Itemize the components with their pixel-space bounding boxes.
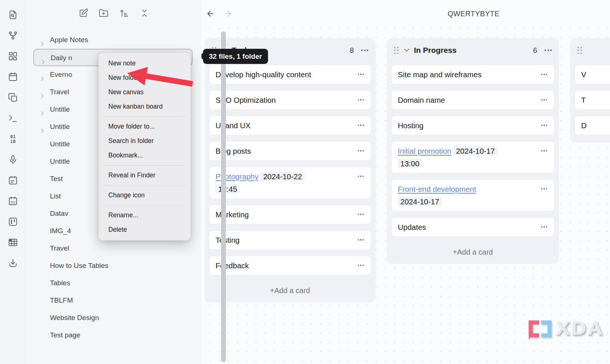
- card-text: Domain name: [398, 96, 445, 104]
- menu-divider: [103, 185, 186, 186]
- calendar-icon[interactable]: [8, 72, 18, 82]
- menu-item-change-icon[interactable]: Change icon: [99, 188, 190, 203]
- svg-text:10: 10: [10, 139, 16, 144]
- navigate-forward-icon[interactable]: [224, 9, 233, 18]
- menu-divider: [103, 205, 186, 205]
- card-menu-icon[interactable]: [541, 150, 548, 152]
- menu-item-new-kanban-board[interactable]: New kanban board: [99, 99, 190, 114]
- card-menu-icon[interactable]: [358, 150, 364, 152]
- chevron-right-icon: [39, 37, 46, 43]
- kanban-card[interactable]: Site map and wireframes: [391, 65, 555, 84]
- column-title: In Progress: [414, 46, 457, 55]
- kanban-card[interactable]: SEO Optimization: [209, 90, 371, 110]
- tree-item-label: List: [50, 192, 61, 200]
- chevron-right-icon: [39, 89, 46, 95]
- tree-item[interactable]: Tables: [33, 275, 193, 292]
- tree-item-label: How to Use Tables: [50, 262, 108, 269]
- calendar-days-icon[interactable]: [8, 196, 18, 206]
- column-menu-icon[interactable]: [361, 50, 368, 51]
- kanban-card[interactable]: Updates: [391, 217, 555, 237]
- card-menu-icon[interactable]: [358, 176, 364, 177]
- board-title: QWERTYBYTE: [448, 10, 499, 18]
- tree-item[interactable]: Test page: [33, 327, 193, 344]
- tree-item[interactable]: Apple Notes: [33, 31, 193, 49]
- column-drag-handle-icon[interactable]: [577, 47, 582, 54]
- add-card-button[interactable]: +Add a card: [391, 248, 555, 256]
- card-menu-icon[interactable]: [358, 239, 364, 241]
- card-menu-icon[interactable]: [358, 214, 364, 215]
- kanban-card[interactable]: Marketing: [209, 205, 371, 224]
- card-link[interactable]: Initial promotion: [398, 147, 451, 155]
- kanban-icon[interactable]: [8, 217, 18, 227]
- kanban-card[interactable]: Initial promotion 2024-10-1713:00: [391, 141, 555, 173]
- binary-icon[interactable]: 0110: [8, 134, 18, 144]
- menu-item-bookmark[interactable]: Bookmark...: [99, 148, 190, 163]
- card-menu-icon[interactable]: [541, 226, 548, 228]
- tree-item[interactable]: How to Use Tables: [33, 257, 193, 275]
- card-date-chip: 2024-10-17: [453, 146, 497, 156]
- kanban-column-partial: VTD: [570, 38, 610, 143]
- column-drag-handle-icon[interactable]: [394, 47, 399, 54]
- terminal-icon[interactable]: [8, 113, 18, 123]
- folder-count-tooltip: 32 files, 1 folder: [203, 49, 268, 64]
- kanban-card[interactable]: Blog posts: [209, 141, 371, 161]
- menu-item-reveal-in-finder[interactable]: Reveal in Finder: [99, 168, 190, 183]
- kanban-card[interactable]: V: [575, 65, 610, 84]
- tree-item-label: Travel: [50, 244, 69, 252]
- column-collapse-chevron-icon[interactable]: [403, 47, 410, 54]
- microphone-icon[interactable]: [8, 154, 18, 165]
- menu-item-search-in-folder[interactable]: Search in folder: [99, 134, 190, 148]
- new-note-icon[interactable]: [78, 8, 88, 18]
- layout-dashboard-icon[interactable]: [8, 51, 18, 61]
- kanban-card[interactable]: D: [575, 116, 610, 135]
- import-icon[interactable]: [8, 258, 18, 268]
- card-menu-icon[interactable]: [541, 125, 548, 126]
- card-menu-icon[interactable]: [358, 99, 364, 101]
- card-menu-icon[interactable]: [541, 188, 548, 190]
- calendar-lines-icon[interactable]: [8, 175, 18, 186]
- card-date-chip: 2024-10-17: [398, 197, 442, 206]
- kanban-card[interactable]: Develop high-quality content: [209, 65, 371, 84]
- tree-item[interactable]: Website Design: [33, 309, 193, 327]
- menu-item-move-folder-to[interactable]: Move folder to...: [99, 119, 190, 134]
- column-menu-icon[interactable]: [545, 50, 552, 51]
- kanban-card[interactable]: Domain name: [391, 90, 555, 110]
- add-card-button[interactable]: +Add a card: [209, 286, 371, 295]
- kanban-column-tasks: Tasks8Develop high-quality contentSEO Op…: [204, 38, 376, 302]
- card-menu-icon[interactable]: [541, 74, 548, 75]
- tree-item-label: Test page: [50, 331, 80, 339]
- navigate-back-icon[interactable]: [206, 9, 215, 18]
- card-text: Develop high-quality content: [216, 70, 311, 79]
- table-icon[interactable]: [8, 237, 18, 248]
- kanban-card[interactable]: Photography 2024-10-2212:45: [209, 167, 371, 199]
- card-menu-icon[interactable]: [358, 265, 364, 266]
- graph-icon[interactable]: [8, 30, 18, 41]
- tree-item[interactable]: Travel: [33, 240, 193, 257]
- kanban-card[interactable]: Front-end development2024-10-17: [391, 179, 555, 211]
- kanban-card[interactable]: Feedback: [209, 256, 371, 275]
- collapse-all-icon[interactable]: [139, 8, 149, 18]
- card-menu-icon[interactable]: [358, 125, 364, 126]
- file-search-icon[interactable]: [8, 10, 18, 20]
- new-folder-icon[interactable]: [99, 8, 109, 18]
- menu-item-rename[interactable]: Rename...: [99, 208, 190, 222]
- card-menu-icon[interactable]: [541, 99, 548, 101]
- tree-item-label: Apple Notes: [50, 36, 88, 44]
- card-date-chip: 2024-10-22: [261, 172, 305, 181]
- kanban-card[interactable]: Hosting: [391, 116, 555, 135]
- card-text: Hosting: [398, 121, 424, 130]
- menu-item-delete[interactable]: Delete: [99, 222, 190, 237]
- xda-logo-text: XDA: [556, 320, 604, 337]
- card-link[interactable]: Front-end development: [398, 185, 476, 193]
- kanban-card[interactable]: T: [575, 90, 610, 110]
- copy-icon[interactable]: [8, 92, 18, 103]
- tree-item-label: Tables: [50, 279, 70, 287]
- explorer-toolbar: [26, 8, 201, 18]
- kanban-card[interactable]: Testing: [209, 230, 371, 250]
- sort-order-icon[interactable]: [119, 8, 129, 18]
- menu-divider: [103, 116, 186, 117]
- sidebar-scrollbar[interactable]: [221, 31, 226, 362]
- kanban-card[interactable]: UI and UX: [209, 116, 371, 135]
- card-menu-icon[interactable]: [358, 74, 364, 75]
- tree-item[interactable]: TBLFM: [33, 292, 193, 309]
